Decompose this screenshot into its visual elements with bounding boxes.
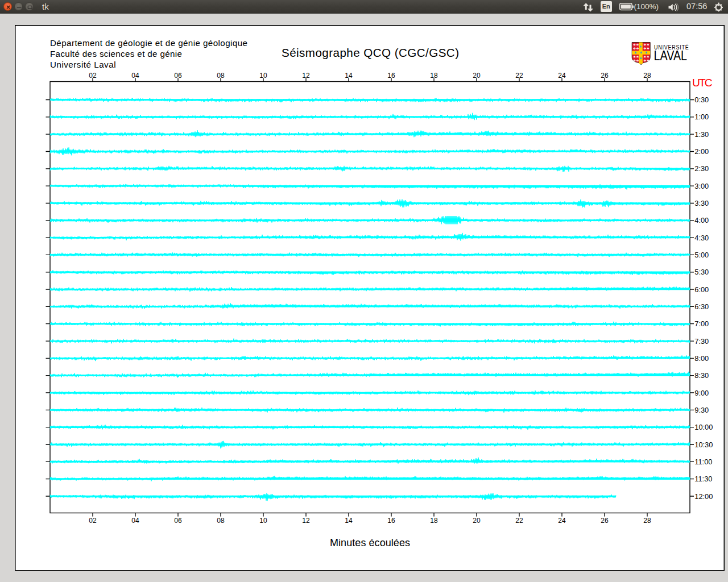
svg-text:26: 26	[601, 72, 609, 80]
svg-text:06: 06	[174, 517, 182, 525]
svg-text:14: 14	[345, 72, 353, 80]
svg-text:4:30: 4:30	[694, 234, 709, 242]
svg-text:1:00: 1:00	[694, 113, 709, 121]
svg-text:14: 14	[345, 517, 353, 525]
svg-text:8:30: 8:30	[694, 371, 709, 380]
svg-text:5:30: 5:30	[694, 268, 709, 276]
svg-text:04: 04	[131, 72, 139, 80]
svg-text:12:00: 12:00	[694, 492, 713, 501]
svg-text:7:00: 7:00	[694, 319, 709, 328]
svg-text:9:30: 9:30	[694, 406, 709, 414]
svg-text:6:00: 6:00	[694, 285, 709, 294]
svg-text:28: 28	[643, 517, 651, 525]
svg-text:Université Laval: Université Laval	[50, 60, 116, 69]
svg-text:08: 08	[217, 72, 225, 80]
svg-text:16: 16	[387, 517, 395, 525]
svg-text:3:30: 3:30	[694, 199, 709, 207]
svg-text:12: 12	[302, 72, 310, 80]
svg-text:02: 02	[89, 517, 97, 525]
svg-text:06: 06	[174, 72, 182, 80]
svg-text:24: 24	[558, 517, 566, 525]
svg-text:04: 04	[131, 517, 139, 525]
svg-text:9:00: 9:00	[694, 389, 709, 397]
svg-text:20: 20	[473, 517, 481, 525]
svg-text:20: 20	[473, 72, 481, 80]
svg-text:10:00: 10:00	[694, 423, 713, 431]
svg-text:10: 10	[259, 517, 267, 525]
svg-text:0:30: 0:30	[694, 95, 709, 104]
svg-text:18: 18	[430, 517, 438, 525]
svg-text:02: 02	[89, 72, 97, 80]
svg-text:26: 26	[601, 517, 609, 525]
svg-text:2:30: 2:30	[694, 164, 709, 173]
svg-text:11:30: 11:30	[694, 475, 712, 483]
svg-text:11:00: 11:00	[694, 458, 712, 466]
svg-text:18: 18	[430, 72, 438, 80]
svg-text:24: 24	[558, 72, 566, 80]
svg-text:10: 10	[259, 72, 267, 80]
svg-text:22: 22	[515, 72, 523, 80]
svg-text:Minutes écoulées: Minutes écoulées	[330, 537, 410, 548]
svg-text:3:00: 3:00	[694, 182, 709, 190]
svg-text:8:00: 8:00	[694, 354, 709, 363]
svg-text:2:00: 2:00	[694, 147, 709, 156]
svg-text:08: 08	[217, 517, 225, 525]
svg-text:16: 16	[387, 72, 395, 80]
svg-text:UTC: UTC	[692, 77, 713, 89]
svg-text:4:00: 4:00	[694, 216, 709, 225]
svg-text:10:30: 10:30	[694, 440, 713, 449]
svg-text:Faculté des sciences et de gén: Faculté des sciences et de génie	[50, 49, 182, 59]
svg-text:22: 22	[515, 517, 523, 525]
svg-text:1:30: 1:30	[694, 130, 709, 139]
svg-text:Séismographe QCQ (CGC/GSC): Séismographe QCQ (CGC/GSC)	[282, 46, 459, 59]
svg-text:28: 28	[643, 72, 651, 80]
svg-text:12: 12	[302, 517, 310, 525]
svg-text:6:30: 6:30	[694, 302, 709, 311]
svg-text:5:00: 5:00	[694, 251, 709, 259]
svg-text:7:30: 7:30	[694, 337, 709, 346]
svg-text:Département de géologie et de: Département de géologie et de génie géol…	[50, 38, 247, 48]
svg-text:LAVAL: LAVAL	[654, 48, 688, 63]
